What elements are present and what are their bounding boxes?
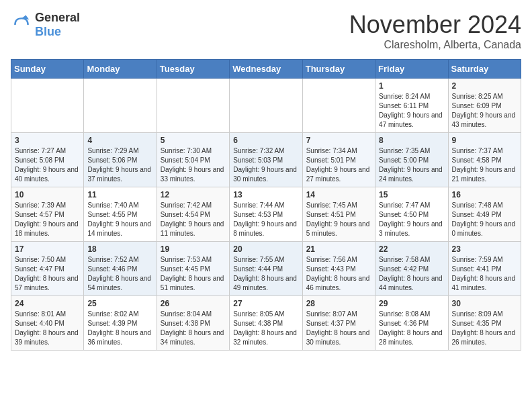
page-header: General Blue November 2024 Claresholm, A… [11, 11, 521, 51]
day-info: Sunrise: 7:27 AMSunset: 5:08 PMDaylight:… [15, 147, 79, 183]
day-info: Sunrise: 8:07 AMSunset: 4:37 PMDaylight:… [306, 310, 370, 346]
day-number: 22 [379, 244, 444, 254]
day-number: 21 [306, 244, 371, 254]
day-info: Sunrise: 7:52 AMSunset: 4:46 PMDaylight:… [87, 256, 151, 291]
day-info: Sunrise: 7:50 AMSunset: 4:47 PMDaylight:… [15, 256, 79, 291]
calendar-table: Sunday Monday Tuesday Wednesday Thursday… [11, 59, 521, 351]
calendar-header: Sunday Monday Tuesday Wednesday Thursday… [11, 60, 521, 79]
day-number: 24 [15, 299, 80, 308]
day-info: Sunrise: 7:48 AMSunset: 4:49 PMDaylight:… [452, 201, 516, 237]
day-info: Sunrise: 7:45 AMSunset: 4:51 PMDaylight:… [306, 201, 370, 237]
logo-icon [11, 14, 32, 36]
col-friday: Friday [375, 60, 448, 79]
day-number: 25 [87, 299, 152, 308]
day-info: Sunrise: 8:25 AMSunset: 6:09 PMDaylight:… [452, 93, 516, 128]
day-cell: 3 Sunrise: 7:27 AMSunset: 5:08 PMDayligh… [11, 133, 84, 187]
day-number: 28 [306, 299, 371, 308]
day-cell: 18 Sunrise: 7:52 AMSunset: 4:46 PMDaylig… [84, 242, 157, 296]
header-row: Sunday Monday Tuesday Wednesday Thursday… [11, 60, 521, 79]
month-title: November 2024 [349, 11, 521, 39]
day-cell [84, 79, 157, 133]
day-number: 1 [379, 81, 444, 91]
logo-blue: Blue [35, 25, 61, 38]
day-cell: 13 Sunrise: 7:44 AMSunset: 4:53 PMDaylig… [230, 187, 302, 242]
col-thursday: Thursday [302, 60, 375, 79]
day-number: 30 [452, 299, 517, 308]
day-info: Sunrise: 8:01 AMSunset: 4:40 PMDaylight:… [15, 310, 79, 346]
day-number: 9 [452, 136, 517, 145]
day-info: Sunrise: 8:08 AMSunset: 4:36 PMDaylight:… [379, 310, 443, 346]
day-info: Sunrise: 8:05 AMSunset: 4:38 PMDaylight:… [233, 310, 297, 346]
day-number: 14 [306, 190, 371, 199]
day-info: Sunrise: 7:39 AMSunset: 4:57 PMDaylight:… [15, 201, 79, 237]
col-monday: Monday [84, 60, 157, 79]
day-cell: 22 Sunrise: 7:58 AMSunset: 4:42 PMDaylig… [375, 242, 448, 296]
day-cell: 28 Sunrise: 8:07 AMSunset: 4:37 PMDaylig… [302, 296, 375, 351]
day-cell: 26 Sunrise: 8:04 AMSunset: 4:38 PMDaylig… [157, 296, 229, 351]
day-cell [230, 79, 302, 133]
day-cell [302, 79, 375, 133]
day-info: Sunrise: 7:40 AMSunset: 4:55 PMDaylight:… [87, 201, 151, 237]
day-cell: 27 Sunrise: 8:05 AMSunset: 4:38 PMDaylig… [230, 296, 302, 351]
day-number: 8 [379, 136, 444, 145]
location-title: Claresholm, Alberta, Canada [349, 39, 521, 51]
day-number: 19 [161, 244, 226, 254]
day-number: 4 [87, 136, 152, 145]
day-number: 11 [87, 190, 152, 199]
logo: General Blue [11, 11, 80, 39]
day-info: Sunrise: 7:42 AMSunset: 4:54 PMDaylight:… [161, 201, 224, 237]
day-cell: 11 Sunrise: 7:40 AMSunset: 4:55 PMDaylig… [84, 187, 157, 242]
col-wednesday: Wednesday [230, 60, 302, 79]
day-number: 10 [15, 190, 80, 199]
day-cell: 15 Sunrise: 7:47 AMSunset: 4:50 PMDaylig… [375, 187, 448, 242]
day-info: Sunrise: 8:02 AMSunset: 4:39 PMDaylight:… [87, 310, 151, 346]
day-cell [11, 79, 84, 133]
day-number: 3 [15, 136, 80, 145]
day-info: Sunrise: 8:04 AMSunset: 4:38 PMDaylight:… [161, 310, 224, 346]
day-info: Sunrise: 7:35 AMSunset: 5:00 PMDaylight:… [379, 147, 443, 183]
day-cell: 9 Sunrise: 7:37 AMSunset: 4:58 PMDayligh… [448, 133, 521, 187]
day-cell: 23 Sunrise: 7:59 AMSunset: 4:41 PMDaylig… [448, 242, 521, 296]
day-cell: 20 Sunrise: 7:55 AMSunset: 4:44 PMDaylig… [230, 242, 302, 296]
day-info: Sunrise: 7:47 AMSunset: 4:50 PMDaylight:… [379, 201, 443, 237]
day-number: 2 [452, 81, 517, 91]
day-cell: 7 Sunrise: 7:34 AMSunset: 5:01 PMDayligh… [302, 133, 375, 187]
day-info: Sunrise: 7:34 AMSunset: 5:01 PMDaylight:… [306, 147, 370, 183]
day-number: 7 [306, 136, 371, 145]
day-number: 23 [452, 244, 517, 254]
day-cell: 24 Sunrise: 8:01 AMSunset: 4:40 PMDaylig… [11, 296, 84, 351]
day-cell: 19 Sunrise: 7:53 AMSunset: 4:45 PMDaylig… [157, 242, 229, 296]
day-cell: 4 Sunrise: 7:29 AMSunset: 5:06 PMDayligh… [84, 133, 157, 187]
week-row-1: 1 Sunrise: 8:24 AMSunset: 6:11 PMDayligh… [11, 79, 521, 133]
day-cell: 21 Sunrise: 7:56 AMSunset: 4:43 PMDaylig… [302, 242, 375, 296]
day-info: Sunrise: 7:29 AMSunset: 5:06 PMDaylight:… [87, 147, 151, 183]
title-area: November 2024 Claresholm, Alberta, Canad… [349, 11, 521, 51]
week-row-2: 3 Sunrise: 7:27 AMSunset: 5:08 PMDayligh… [11, 133, 521, 187]
day-info: Sunrise: 7:56 AMSunset: 4:43 PMDaylight:… [306, 256, 370, 291]
day-info: Sunrise: 7:55 AMSunset: 4:44 PMDaylight:… [233, 256, 297, 291]
day-number: 13 [233, 190, 298, 199]
week-row-5: 24 Sunrise: 8:01 AMSunset: 4:40 PMDaylig… [11, 296, 521, 351]
day-number: 17 [15, 244, 80, 254]
day-number: 16 [452, 190, 517, 199]
day-info: Sunrise: 7:59 AMSunset: 4:41 PMDaylight:… [452, 256, 516, 291]
day-info: Sunrise: 8:24 AMSunset: 6:11 PMDaylight:… [379, 93, 443, 128]
day-cell: 30 Sunrise: 8:09 AMSunset: 4:35 PMDaylig… [448, 296, 521, 351]
day-cell: 29 Sunrise: 8:08 AMSunset: 4:36 PMDaylig… [375, 296, 448, 351]
day-info: Sunrise: 7:30 AMSunset: 5:04 PMDaylight:… [161, 147, 224, 183]
day-number: 6 [233, 136, 298, 145]
day-number: 27 [233, 299, 298, 308]
day-cell: 8 Sunrise: 7:35 AMSunset: 5:00 PMDayligh… [375, 133, 448, 187]
week-row-3: 10 Sunrise: 7:39 AMSunset: 4:57 PMDaylig… [11, 187, 521, 242]
logo-text: General Blue [35, 11, 80, 39]
day-cell: 10 Sunrise: 7:39 AMSunset: 4:57 PMDaylig… [11, 187, 84, 242]
day-cell: 16 Sunrise: 7:48 AMSunset: 4:49 PMDaylig… [448, 187, 521, 242]
day-info: Sunrise: 8:09 AMSunset: 4:35 PMDaylight:… [452, 310, 516, 346]
day-number: 26 [161, 299, 226, 308]
day-cell: 2 Sunrise: 8:25 AMSunset: 6:09 PMDayligh… [448, 79, 521, 133]
calendar-body: 1 Sunrise: 8:24 AMSunset: 6:11 PMDayligh… [11, 79, 521, 351]
day-number: 5 [161, 136, 226, 145]
day-cell: 14 Sunrise: 7:45 AMSunset: 4:51 PMDaylig… [302, 187, 375, 242]
day-cell: 25 Sunrise: 8:02 AMSunset: 4:39 PMDaylig… [84, 296, 157, 351]
day-info: Sunrise: 7:53 AMSunset: 4:45 PMDaylight:… [161, 256, 224, 291]
